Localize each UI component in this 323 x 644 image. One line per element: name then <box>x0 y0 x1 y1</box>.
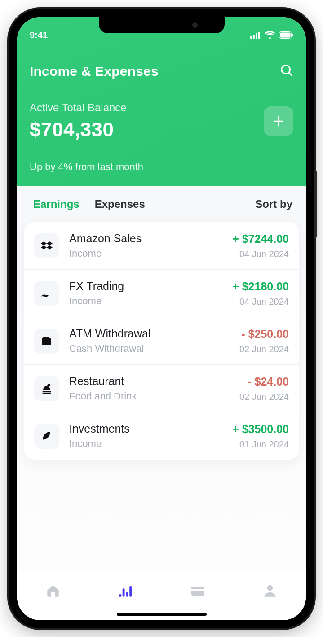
transaction-title: Investments <box>69 422 232 435</box>
transaction-subtitle: Cash Withdrawal <box>69 343 239 355</box>
transaction-title: Restaurant <box>69 375 239 388</box>
dropbox-icon <box>34 233 59 258</box>
home-indicator[interactable] <box>117 613 207 616</box>
svg-rect-16 <box>191 589 204 591</box>
transaction-row[interactable]: Amazon Sales Income + $7244.00 04 Jun 20… <box>24 222 299 270</box>
wifi-icon <box>265 31 275 39</box>
transaction-subtitle: Income <box>69 438 232 450</box>
svg-line-8 <box>289 73 292 75</box>
transaction-date: 01 Jun 2024 <box>232 439 289 450</box>
svg-rect-2 <box>256 33 257 39</box>
tab-expenses[interactable]: Expenses <box>95 198 145 210</box>
page-title: Income & Expenses <box>30 64 159 79</box>
status-indicators <box>250 31 293 39</box>
transaction-title: ATM Withdrawal <box>69 327 239 340</box>
transaction-title: FX Trading <box>69 280 232 293</box>
transaction-amount: - $24.00 <box>239 375 289 388</box>
card-icon <box>190 583 205 599</box>
add-button[interactable] <box>264 106 293 136</box>
sort-button[interactable]: Sort by <box>255 198 292 210</box>
nav-home[interactable] <box>45 583 61 600</box>
balance-value: $704,330 <box>30 118 127 141</box>
status-time: 9:41 <box>30 30 48 40</box>
search-button[interactable] <box>280 64 293 79</box>
transaction-amount: + $2180.00 <box>232 280 289 293</box>
svg-rect-3 <box>258 32 260 39</box>
trade-icon <box>34 281 59 306</box>
transaction-amount: - $250.00 <box>239 328 289 341</box>
nav-cards[interactable] <box>190 583 205 600</box>
svg-rect-12 <box>123 588 125 596</box>
transaction-subtitle: Income <box>69 295 232 307</box>
transaction-row[interactable]: Investments Income + $3500.00 01 Jun 202… <box>24 412 299 460</box>
nav-stats[interactable] <box>118 583 133 600</box>
balance-delta: Up by 4% from last month <box>30 161 293 173</box>
transaction-row[interactable]: ATM Withdrawal Cash Withdrawal - $250.00… <box>24 317 299 365</box>
transaction-date: 04 Jun 2024 <box>232 249 289 259</box>
svg-rect-0 <box>250 36 252 39</box>
svg-point-11 <box>119 594 122 597</box>
transaction-date: 04 Jun 2024 <box>232 297 289 307</box>
home-icon <box>45 583 61 599</box>
leaf-icon <box>34 424 59 449</box>
svg-rect-5 <box>280 33 291 38</box>
transaction-title: Amazon Sales <box>69 232 232 245</box>
plus-icon <box>272 114 285 128</box>
bar-chart-icon <box>118 583 133 599</box>
transaction-date: 02 Jun 2024 <box>239 392 289 402</box>
transaction-amount: + $3500.00 <box>232 423 289 436</box>
svg-rect-13 <box>126 592 128 596</box>
transaction-subtitle: Income <box>69 248 232 259</box>
svg-point-17 <box>267 585 273 591</box>
nav-profile[interactable] <box>262 583 278 600</box>
person-icon <box>262 583 278 599</box>
svg-rect-6 <box>292 34 293 36</box>
transaction-row[interactable]: Restaurant Food and Drink - $24.00 02 Ju… <box>24 365 299 412</box>
cellular-icon <box>250 31 261 39</box>
wallet-icon <box>34 329 59 354</box>
food-icon <box>34 376 59 401</box>
battery-icon <box>279 31 293 39</box>
svg-rect-14 <box>129 586 132 596</box>
tab-earnings[interactable]: Earnings <box>33 198 80 210</box>
transactions-card: Amazon Sales Income + $7244.00 04 Jun 20… <box>24 222 299 460</box>
divider <box>30 152 293 152</box>
transaction-row[interactable]: FX Trading Income + $2180.00 04 Jun 2024 <box>24 270 299 317</box>
transaction-amount: + $7244.00 <box>232 232 289 245</box>
svg-rect-1 <box>253 35 255 39</box>
balance-label: Active Total Balance <box>30 101 127 114</box>
search-icon <box>280 64 293 77</box>
transaction-date: 02 Jun 2024 <box>239 344 289 355</box>
transaction-subtitle: Food and Drink <box>69 390 239 402</box>
